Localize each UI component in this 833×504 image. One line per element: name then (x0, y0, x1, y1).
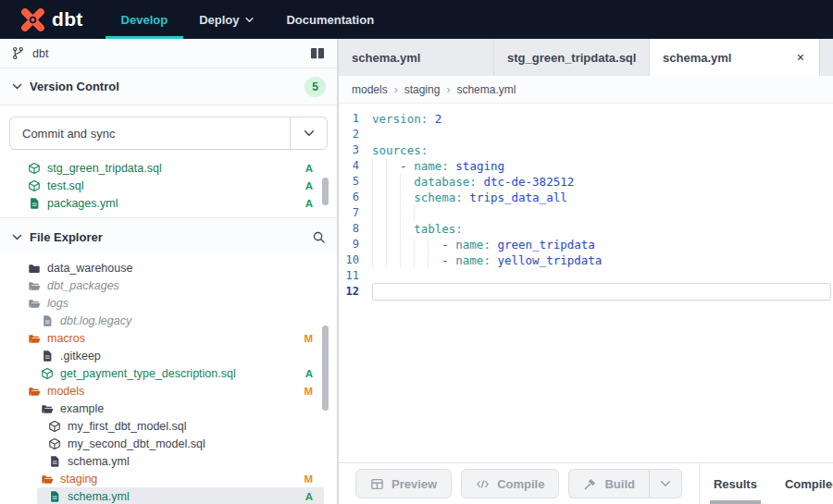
line-number: 8 (339, 221, 372, 237)
docs-book-icon[interactable] (309, 46, 326, 60)
brand-name: dbt (52, 8, 83, 31)
tree-item-name: example (60, 402, 104, 415)
changed-file-row[interactable]: packages.ymlA (0, 194, 337, 212)
indent-guide (414, 252, 428, 268)
build-button-group: Build (568, 469, 682, 498)
dbt-logo: dbt (0, 7, 106, 32)
line-number: 2 (339, 127, 372, 142)
code-token: name: (414, 159, 449, 173)
line-number: 6 (339, 190, 372, 205)
tree-item-name: models (47, 385, 84, 398)
tree-item[interactable]: dbt_packages (0, 277, 337, 294)
version-control-header[interactable]: Version Control 5 (0, 68, 337, 105)
editor-tab[interactable]: schema.yml× (650, 39, 820, 76)
tree-item[interactable]: logs (0, 294, 337, 312)
changes-scrollbar[interactable] (322, 178, 329, 205)
branch-selector[interactable]: dbt (0, 39, 337, 68)
code-token: green_tripdata (497, 238, 594, 252)
tree-item-name: dbt_packages (47, 279, 119, 292)
sidebar: dbt Version Control 5 Commit and sync (0, 39, 339, 504)
build-label: Build (604, 477, 635, 491)
tree-item-name: schema.yml (68, 490, 130, 503)
tab-label: schema.yml (352, 51, 420, 65)
code-token: yellow_tripdata (497, 253, 602, 267)
line-number: 11 (339, 268, 372, 284)
editor-tab[interactable]: schema.yml (339, 39, 494, 76)
tree-item-name: my_first_dbt_model.sql (68, 420, 187, 433)
main-area: dbt Version Control 5 Commit and sync (0, 39, 833, 504)
tree-item[interactable]: get_payment_type_description.sqlA (0, 364, 337, 382)
git-status-badge: A (305, 491, 313, 502)
tree-scrollbar[interactable] (322, 326, 329, 411)
file-icon (48, 490, 61, 503)
indent-guide (386, 190, 400, 205)
compile-button[interactable]: Compile (461, 469, 559, 498)
line-number: 10 (339, 252, 372, 268)
code-line: 1version: 2 (339, 111, 833, 127)
tree-item[interactable]: dbt.log.legacy (0, 312, 337, 329)
commit-options-caret[interactable] (290, 117, 327, 149)
nav-item-label: Documentation (286, 13, 374, 27)
line-content: tables: (372, 221, 833, 237)
chevron-down-icon (11, 80, 23, 92)
model-cube-icon (28, 162, 41, 175)
invocation-bar: Preview Compile (339, 462, 833, 504)
tree-item[interactable]: macrosM (0, 329, 337, 347)
indent-guide (372, 205, 386, 221)
folder-open-icon (41, 473, 54, 486)
tree-item[interactable]: data_warehouse (0, 259, 337, 277)
code-token (428, 112, 435, 126)
file-search-icon[interactable] (312, 230, 326, 244)
chevron-down-icon (11, 231, 23, 243)
tree-item-name: get_payment_type_description.sql (60, 367, 236, 380)
editor-tab[interactable]: stg_green_tripdata.sql (494, 39, 650, 76)
line-number: 4 (339, 158, 372, 174)
tree-item[interactable]: .gitkeep (0, 347, 337, 364)
git-status-badge: A (305, 180, 313, 191)
line-content: - name: yellow_tripdata (372, 252, 833, 268)
tree-item-name: .gitkeep (60, 350, 101, 363)
line-number: 5 (339, 174, 372, 190)
build-options-caret[interactable] (649, 469, 682, 498)
line-number: 7 (339, 205, 372, 221)
build-button[interactable]: Build (568, 469, 649, 498)
code-line: 7 (339, 205, 833, 221)
indent-guide (400, 237, 414, 252)
editor-tab-bar: schema.ymlstg_green_tripdata.sqlschema.y… (339, 39, 833, 76)
chevron-down-icon (659, 477, 672, 490)
nav-item-deploy[interactable]: Deploy (183, 0, 270, 39)
editor-panel: schema.ymlstg_green_tripdata.sqlschema.y… (339, 39, 833, 504)
changed-file-row[interactable]: test.sqlA (0, 177, 337, 194)
tree-item[interactable]: stagingM (0, 470, 337, 487)
top-nav: dbt DevelopDeployDocumentation (0, 0, 833, 39)
commit-and-sync-button[interactable]: Commit and sync (9, 117, 328, 150)
indent-guide (400, 190, 414, 205)
code-line: 6schema: trips_data_all (339, 190, 833, 205)
preview-button[interactable]: Preview (355, 469, 452, 498)
tree-item[interactable]: example (0, 400, 337, 417)
folder-closed-icon (28, 262, 41, 275)
line-content: version: 2 (372, 111, 833, 127)
tree-item[interactable]: my_first_dbt_model.sql (0, 417, 337, 435)
tree-item[interactable]: schema.yml (0, 452, 337, 470)
code-token: sources: (372, 143, 428, 157)
nav-item-develop[interactable]: Develop (106, 0, 184, 39)
code-token: schema: (414, 191, 463, 204)
tree-item[interactable]: modelsM (0, 382, 337, 400)
indent-guide (386, 237, 400, 252)
model-cube-icon (48, 420, 61, 433)
changed-file-row[interactable]: stg_green_tripdata.sqlA (0, 159, 337, 177)
tree-item[interactable]: schema.ymlA (37, 487, 324, 504)
indent-guide (372, 252, 386, 268)
result-tab-compiled-code[interactable]: Compiled Code (771, 463, 833, 504)
changes-count-badge: 5 (305, 77, 326, 97)
tree-item[interactable]: my_second_dbt_model.sql (0, 435, 337, 452)
close-icon[interactable]: × (795, 49, 806, 66)
result-tab-results[interactable]: Results (700, 463, 771, 504)
file-explorer-header[interactable]: File Explorer (0, 218, 337, 255)
line-number: 9 (339, 237, 372, 252)
nav-item-documentation[interactable]: Documentation (270, 0, 390, 39)
code-editor[interactable]: 1version: 223sources:4- name: staging5da… (339, 104, 833, 462)
line-content: - name: staging (372, 158, 833, 174)
indent-guide (372, 190, 386, 205)
